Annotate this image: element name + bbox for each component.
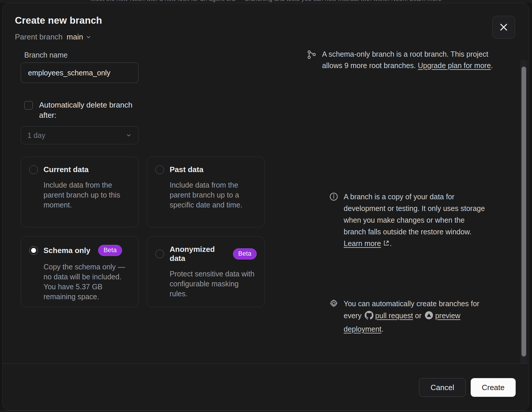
beta-badge: Beta (233, 248, 257, 259)
dialog-title: Create new branch (15, 15, 102, 26)
close-icon (499, 22, 509, 32)
branch-info-text: A branch is a copy of your data for deve… (344, 191, 488, 250)
parent-branch-row: Parent branch main (15, 32, 91, 41)
note-text: A branch is a copy of your data for deve… (344, 193, 485, 236)
learn-more-link[interactable]: Learn more (344, 239, 381, 247)
banner-clipped-text: Meet the new Neon with a new look for an… (91, 0, 441, 2)
branch-name-label: Branch name (24, 51, 68, 59)
data-option-cards: Current data Include data from the paren… (21, 157, 265, 307)
background-banner: Meet the new Neon with a new look for an… (0, 0, 532, 3)
parent-branch-value: main (67, 32, 83, 41)
option-card-schema-only[interactable]: Schema only Beta Copy the schema only — … (21, 236, 138, 307)
parent-branch-select[interactable]: main (67, 32, 91, 41)
option-description: Include data from the parent branch up t… (170, 180, 256, 210)
auto-delete-row: Automatically delete branch after: (24, 100, 141, 120)
automation-note-text: You can automatically create branches fo… (344, 298, 488, 335)
vercel-icon (425, 311, 433, 323)
radio-current-data[interactable] (29, 165, 38, 174)
chevron-down-icon (86, 34, 91, 40)
auto-delete-label: Automatically delete branch after: (39, 100, 141, 120)
note-suffix: . (390, 239, 392, 247)
radio-past-data[interactable] (155, 165, 164, 174)
footer-buttons: Cancel Create (419, 378, 516, 397)
note-suffix: . (491, 61, 493, 70)
branch-info-note: A branch is a copy of your data for deve… (329, 191, 488, 250)
upgrade-plan-link[interactable]: Upgrade plan for more (418, 61, 491, 70)
chevron-down-icon (126, 132, 132, 138)
ttl-select[interactable]: 1 day (21, 126, 138, 144)
schema-only-note: A schema-only branch is a root branch. T… (306, 49, 508, 71)
background-divider (0, 411, 532, 411)
option-card-past-data[interactable]: Past data Include data from the parent b… (147, 157, 265, 227)
option-title: Anonymized data (170, 245, 225, 263)
option-title: Past data (170, 165, 204, 174)
external-link-icon (383, 238, 390, 250)
branch-schema-icon (306, 50, 317, 71)
create-button[interactable]: Create (471, 378, 516, 397)
info-icon (329, 192, 338, 250)
schema-only-note-text: A schema-only branch is a root branch. T… (322, 49, 508, 71)
option-description: Protect sensitive data with configurable… (170, 269, 256, 299)
auto-delete-checkbox[interactable] (24, 101, 33, 110)
parent-branch-label: Parent branch (15, 32, 62, 41)
beta-badge: Beta (98, 245, 122, 256)
option-title: Schema only (44, 246, 90, 255)
option-card-current-data[interactable]: Current data Include data from the paren… (21, 157, 138, 227)
ttl-select-value: 1 day (27, 131, 45, 140)
cancel-button[interactable]: Cancel (419, 378, 466, 397)
automation-note: You can automatically create branches fo… (329, 298, 488, 335)
branch-name-input[interactable] (21, 63, 138, 83)
option-description: Copy the schema only — no data will be i… (44, 262, 130, 302)
note-text: or (413, 311, 423, 320)
create-branch-dialog: Create new branch Parent branch main Bra… (2, 3, 529, 411)
note-suffix: . (381, 325, 383, 333)
option-description: Include data from the parent branch up t… (44, 180, 130, 210)
pull-request-link[interactable]: pull request (375, 311, 413, 320)
footer-divider (3, 363, 529, 364)
gear-icon (329, 299, 338, 335)
option-title: Current data (44, 165, 89, 174)
github-icon (365, 311, 373, 323)
option-card-anonymized-data[interactable]: Anonymized data Beta Protect sensitive d… (147, 236, 265, 307)
radio-schema-only[interactable] (29, 246, 38, 255)
radio-anonymized-data[interactable] (155, 250, 164, 258)
scrollbar-track[interactable] (520, 60, 527, 363)
scrollbar-thumb[interactable] (521, 67, 526, 356)
close-button[interactable] (492, 16, 515, 39)
